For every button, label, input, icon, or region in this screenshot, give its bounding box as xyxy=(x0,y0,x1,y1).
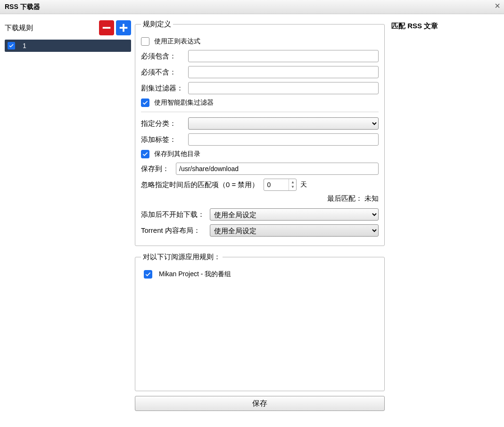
use-regex-row: 使用正则表达式 xyxy=(141,37,379,46)
feeds-legend: 对以下订阅源应用规则： xyxy=(141,253,223,262)
must-contain-input[interactable] xyxy=(188,50,379,62)
must-not-contain-row: 必须不含： xyxy=(141,66,379,79)
must-contain-row: 必须包含： xyxy=(141,49,379,63)
content-layout-row: Torrent 内容布局： 使用全局设定 xyxy=(141,224,379,237)
content-layout-label: Torrent 内容布局： xyxy=(141,226,210,235)
smart-filter-label: 使用智能剧集过滤器 xyxy=(154,99,214,107)
save-button-label: 保存 xyxy=(252,399,267,409)
check-icon xyxy=(8,43,14,49)
content-layout-select[interactable]: 使用全局设定 xyxy=(210,224,379,237)
titlebar: RSS 下载器 × xyxy=(0,0,504,14)
rule-enabled-checkbox[interactable] xyxy=(8,42,15,49)
window-title: RSS 下载器 xyxy=(5,3,40,11)
must-contain-label: 必须包含： xyxy=(141,52,188,61)
svg-rect-2 xyxy=(120,27,128,29)
category-label: 指定分类： xyxy=(141,119,188,128)
category-row: 指定分类： xyxy=(141,117,379,130)
save-to-label: 保存到： xyxy=(141,164,176,173)
last-match-row: 最后匹配： 未知 xyxy=(141,194,379,203)
save-button[interactable]: 保存 xyxy=(135,396,385,411)
ignore-days-spinner[interactable]: 0 ▲ ▼ xyxy=(264,179,297,191)
svg-rect-0 xyxy=(103,27,111,29)
rule-name: 1 xyxy=(23,42,26,49)
must-not-contain-label: 必须不含： xyxy=(141,68,188,77)
episode-filter-input[interactable] xyxy=(188,82,379,94)
content: 下载规则 1 规则定义 使用正 xyxy=(0,14,504,427)
ignore-days-suffix: 天 xyxy=(300,181,307,189)
save-to-row: 保存到： xyxy=(141,162,379,175)
tags-row: 添加标签： xyxy=(141,133,379,146)
rules-header-buttons xyxy=(99,20,131,35)
episode-filter-row: 剧集过滤器： xyxy=(141,82,379,95)
matching-articles-panel: 匹配 RSS 文章 xyxy=(385,20,499,422)
last-match-label: 最后匹配： xyxy=(327,194,363,202)
feed-item[interactable]: Mikan Project - 我的番组 xyxy=(144,270,379,279)
check-icon xyxy=(142,99,149,106)
close-icon[interactable]: × xyxy=(495,1,500,10)
rules-header-label: 下载规则 xyxy=(5,24,33,33)
check-icon xyxy=(145,271,151,278)
spinner-up-icon[interactable]: ▲ xyxy=(291,180,295,185)
use-regex-checkbox[interactable] xyxy=(141,37,149,46)
feed-name: Mikan Project - 我的番组 xyxy=(159,270,231,279)
save-other-label: 保存到其他目录 xyxy=(154,150,200,158)
rule-list: 1 xyxy=(5,40,131,52)
save-other-row: 保存到其他目录 xyxy=(141,150,379,158)
plus-icon xyxy=(118,23,129,33)
feeds-box: 对以下订阅源应用规则： Mikan Project - 我的番组 xyxy=(135,253,385,391)
save-to-input[interactable] xyxy=(176,163,379,175)
minus-icon xyxy=(101,23,112,33)
remove-rule-button[interactable] xyxy=(99,20,114,35)
smart-filter-row: 使用智能剧集过滤器 xyxy=(141,99,379,107)
separator xyxy=(141,112,379,112)
rule-item[interactable]: 1 xyxy=(5,40,131,52)
ignore-days-row: 忽略指定时间后的匹配项（0 = 禁用） 0 ▲ ▼ 天 xyxy=(141,178,379,191)
rule-definition-legend: 规则定义 xyxy=(141,20,173,29)
add-rule-button[interactable] xyxy=(116,20,131,35)
tags-label: 添加标签： xyxy=(141,135,188,144)
spinner-down-icon[interactable]: ▼ xyxy=(291,185,295,189)
definition-panel: 规则定义 使用正则表达式 必须包含： 必须不含： 剧集过滤器： xyxy=(135,20,385,422)
must-not-contain-input[interactable] xyxy=(188,66,379,78)
tags-input[interactable] xyxy=(188,133,379,146)
episode-filter-label: 剧集过滤器： xyxy=(141,84,188,93)
ignore-days-label: 忽略指定时间后的匹配项（0 = 禁用） xyxy=(141,181,259,189)
category-select[interactable] xyxy=(188,117,379,130)
add-paused-select[interactable]: 使用全局设定 xyxy=(210,208,379,221)
add-paused-row: 添加后不开始下载： 使用全局设定 xyxy=(141,208,379,221)
ignore-days-spinner-wrap: 0 ▲ ▼ 天 xyxy=(264,179,307,191)
spinner-arrows: ▲ ▼ xyxy=(289,179,296,190)
rule-definition-box: 规则定义 使用正则表达式 必须包含： 必须不含： 剧集过滤器： xyxy=(135,20,385,246)
use-regex-label: 使用正则表达式 xyxy=(154,37,200,46)
rules-header: 下载规则 xyxy=(5,20,131,36)
ignore-days-value: 0 xyxy=(267,181,289,189)
feed-checkbox[interactable] xyxy=(144,270,152,279)
matching-articles-header: 匹配 RSS 文章 xyxy=(391,22,499,31)
smart-filter-checkbox[interactable] xyxy=(141,99,149,107)
check-icon xyxy=(142,151,149,157)
rules-panel: 下载规则 1 xyxy=(5,20,131,422)
add-paused-label: 添加后不开始下载： xyxy=(141,210,210,219)
save-other-checkbox[interactable] xyxy=(141,150,149,158)
last-match-value: 未知 xyxy=(364,194,379,202)
